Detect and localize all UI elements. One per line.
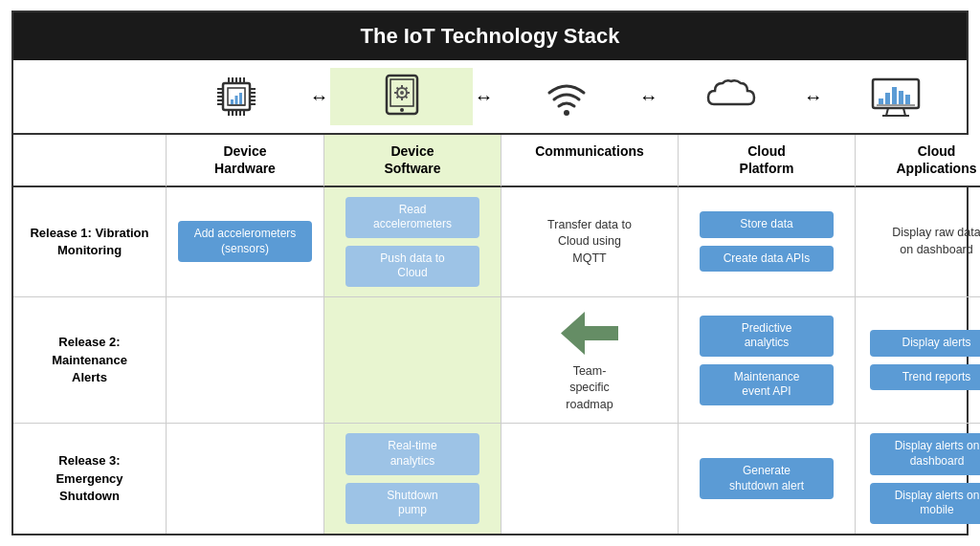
- chip-store-data: Store data: [700, 211, 834, 238]
- row3-cloud-platform: Generateshutdown alert: [679, 424, 856, 533]
- big-left-arrow-icon: [556, 307, 623, 360]
- row2-cloud-platform: Predictiveanalytics Maintenanceevent API: [679, 297, 856, 425]
- monitor-icon-block: [825, 72, 967, 121]
- arrow-2: ↔: [475, 86, 494, 108]
- chip-generate-shutdown: Generateshutdown alert: [700, 458, 834, 499]
- chip-display-alerts: Display alerts: [870, 330, 981, 357]
- svg-line-35: [396, 88, 398, 90]
- arrow-4: ↔: [804, 86, 823, 108]
- chip-maintenance-api: Maintenanceevent API: [700, 364, 834, 405]
- row3-software: Real-timeanalytics Shutdownpump: [324, 424, 501, 533]
- svg-marker-50: [561, 312, 618, 355]
- page-title: The IoT Technology Stack: [13, 12, 967, 60]
- row1-hardware: Add accelerometers(sensors): [167, 187, 324, 297]
- main-container: The IoT Technology Stack: [11, 11, 969, 535]
- svg-rect-23: [235, 96, 238, 104]
- row1-cloud-apps: Display raw dataon dashboard: [856, 187, 980, 297]
- row3-comms: [501, 424, 679, 533]
- wifi-icon: [542, 72, 591, 121]
- col-header-cloud-platform: CloudPlatform: [679, 135, 856, 186]
- svg-rect-45: [885, 93, 890, 104]
- row2-software: [324, 297, 501, 425]
- data-grid: DeviceHardware DeviceSoftware Communicat…: [13, 133, 967, 534]
- svg-rect-46: [892, 87, 897, 104]
- row-label-3: Release 3:EmergencyShutdown: [13, 424, 167, 533]
- row1-cloud-platform: Store data Create data APIs: [679, 187, 856, 297]
- chip-alerts-mobile: Display alerts onmobile: [870, 483, 980, 524]
- software-icon-block: [330, 68, 472, 125]
- cloud-icon: [702, 72, 760, 121]
- chip-trend-reports: Trend reports: [870, 364, 981, 391]
- icons-section: ↔: [13, 60, 967, 133]
- row2-hardware: [167, 297, 324, 425]
- tablet-icon: [379, 72, 425, 121]
- monitor-icon: [869, 72, 923, 121]
- row2-comms: Team-specificroadmap: [501, 297, 679, 425]
- icons-inner: ↔: [166, 68, 967, 125]
- chip-create-apis: Create data APIs: [700, 246, 834, 273]
- col-header-comms: Communications: [501, 135, 679, 186]
- text-team-roadmap: Team-specificroadmap: [566, 363, 612, 414]
- chip-realtime: Real-timeanalytics: [345, 433, 479, 474]
- row-label-1: Release 1: Vibration Monitoring: [13, 187, 167, 297]
- chip-predictive: Predictiveanalytics: [700, 316, 834, 357]
- chip-icon: [212, 72, 261, 121]
- chip-add-accelerometers: Add accelerometers(sensors): [178, 221, 312, 262]
- row1-software: Readaccelerometers Push data toCloud: [324, 187, 501, 297]
- chip-alerts-dashboard: Display alerts ondashboard: [870, 433, 980, 474]
- svg-point-28: [400, 108, 404, 112]
- svg-rect-47: [899, 91, 903, 104]
- col-header-cloud-apps: CloudApplications: [856, 135, 980, 186]
- svg-line-36: [405, 97, 407, 98]
- chip-read-accel: Readaccelerometers: [345, 197, 479, 238]
- svg-line-38: [396, 97, 398, 98]
- row3-cloud-apps: Display alerts ondashboard Display alert…: [856, 424, 980, 533]
- svg-rect-48: [905, 95, 910, 104]
- row1-comms: Transfer data toCloud usingMQTT: [501, 187, 679, 297]
- col-header-empty: [13, 135, 167, 186]
- svg-point-30: [400, 91, 404, 95]
- col-header-hardware: DeviceHardware: [167, 135, 324, 186]
- cloud-icon-block: [660, 72, 802, 121]
- arrow-3: ↔: [639, 86, 658, 108]
- row2-cloud-apps: Display alerts Trend reports: [856, 297, 980, 425]
- row3-hardware: [167, 424, 324, 533]
- chip-shutdown-pump: Shutdownpump: [345, 483, 479, 524]
- svg-rect-24: [239, 93, 242, 104]
- chip-push-data: Push data toCloud: [345, 246, 479, 287]
- row-label-2: Release 2:MaintenanceAlerts: [13, 297, 167, 425]
- arrow-1: ↔: [309, 86, 328, 108]
- col-header-software: DeviceSoftware: [324, 135, 501, 186]
- svg-line-37: [405, 88, 407, 90]
- text-transfer-data: Transfer data toCloud usingMQTT: [547, 217, 632, 268]
- wifi-icon-block: [496, 72, 637, 121]
- svg-rect-44: [879, 98, 883, 104]
- svg-rect-22: [231, 99, 234, 104]
- text-display-raw: Display raw dataon dashboard: [892, 225, 980, 258]
- svg-point-39: [564, 110, 569, 116]
- hardware-icon-block: [166, 72, 307, 121]
